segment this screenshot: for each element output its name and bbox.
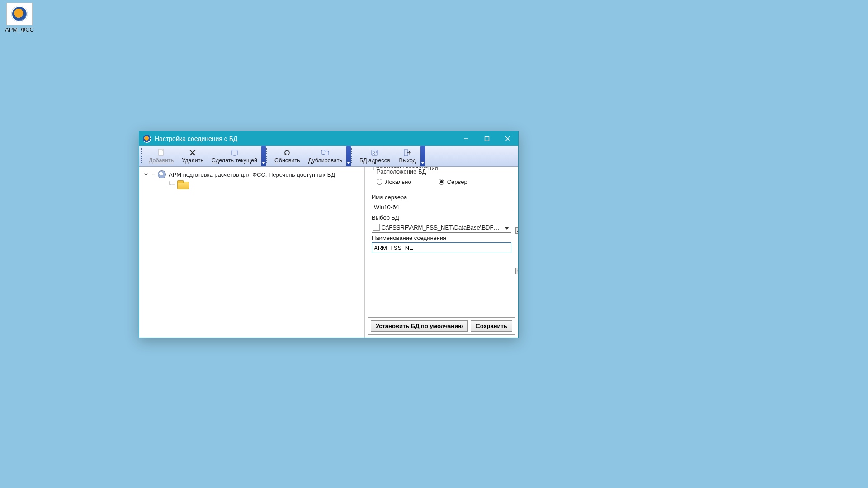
desktop-shortcut-arm-fss[interactable]: АРМ_ФСС <box>3 3 36 33</box>
chevron-down-icon[interactable] <box>504 224 510 231</box>
make-current-button[interactable]: Сделать текущей <box>208 146 261 166</box>
titlebar[interactable]: Настройка соединения с БД <box>139 131 518 146</box>
tree-root-row[interactable]: ┈ АРМ подготовка расчетов для ФСС. Переч… <box>141 169 362 179</box>
document-add-icon <box>157 149 166 157</box>
params-group: Параметры соединения Расположение БД Лок… <box>368 169 515 257</box>
svg-rect-14 <box>404 150 408 156</box>
splitter-arrow-right-icon[interactable]: › <box>515 268 518 274</box>
server-name-label: Имя сервера <box>372 194 511 201</box>
radio-icon <box>377 179 382 185</box>
db-path-text: C:\FSSRF\ARM_FSS_NET\DataBase\BDFSS.FDB <box>382 224 502 231</box>
svg-rect-1 <box>485 137 489 141</box>
db-location-group: Расположение БД Локально Сервер <box>372 172 511 191</box>
address-db-icon <box>370 149 379 157</box>
db-tree-pane[interactable]: ┈ АРМ подготовка расчетов для ФСС. Переч… <box>139 167 364 338</box>
radio-local[interactable]: Локально <box>377 178 411 185</box>
radio-local-label: Локально <box>385 178 411 185</box>
tree-branch-icon: ┈ <box>152 171 155 178</box>
address-db-label: БД адресов <box>359 158 390 164</box>
db-connection-settings-window: Настройка соединения с БД Добавить <box>139 131 519 338</box>
exit-label: Выход <box>399 158 416 164</box>
db-path-combo[interactable]: C:\FSSRF\ARM_FSS_NET\DataBase\BDFSS.FDB <box>372 222 511 233</box>
db-select-label: Выбор БД <box>372 214 511 221</box>
radio-server[interactable]: Сервер <box>439 178 467 185</box>
svg-point-11 <box>373 151 375 153</box>
db-location-legend: Расположение БД <box>375 168 428 175</box>
refresh-icon <box>283 149 292 157</box>
params-buttons-bar: Установить БД по умолчанию Сохранить <box>368 317 515 335</box>
toolbar-overflow-1[interactable] <box>261 146 266 166</box>
radio-server-label: Сервер <box>447 178 467 185</box>
app-mini-icon <box>143 135 151 143</box>
globe-icon <box>158 170 166 178</box>
add-button[interactable]: Добавить <box>145 146 178 166</box>
window-controls <box>456 131 518 146</box>
app-icon <box>6 3 33 25</box>
refresh-label: Обновить <box>274 158 300 164</box>
tree-branch-icon: └┈ <box>167 181 175 188</box>
duplicate-icon <box>321 149 330 157</box>
address-db-button[interactable]: БД адресов <box>355 146 394 166</box>
make-current-label: Сделать текущей <box>212 158 257 164</box>
close-button[interactable] <box>497 131 518 146</box>
toolbar-grip-icon[interactable] <box>351 146 355 166</box>
tree-child-row[interactable]: └┈ <box>141 179 362 189</box>
maximize-button[interactable] <box>476 131 497 146</box>
file-icon <box>373 224 380 231</box>
pane-splitter-arrows: › › <box>515 227 518 274</box>
connection-params-pane: Параметры соединения Расположение БД Лок… <box>364 167 518 338</box>
duplicate-button[interactable]: Дублировать <box>304 146 346 166</box>
app-glyph-icon <box>11 6 28 22</box>
add-label: Добавить <box>149 158 174 164</box>
exit-icon <box>403 149 412 157</box>
minimize-button[interactable] <box>456 131 476 146</box>
toolbar-grip-icon[interactable] <box>266 146 270 166</box>
toolbar-overflow-3[interactable] <box>420 146 425 166</box>
refresh-button[interactable]: Обновить <box>270 146 304 166</box>
server-name-input[interactable] <box>372 202 511 212</box>
conn-name-label: Наименование соединения <box>372 235 511 241</box>
delete-x-icon <box>188 149 197 157</box>
splitter-arrow-right-icon[interactable]: › <box>515 227 518 234</box>
folder-icon <box>177 180 188 188</box>
tree-root-label: АРМ подготовка расчетов для ФСС. Перечен… <box>169 171 335 178</box>
toolbar-overflow-2[interactable] <box>346 146 351 166</box>
delete-button[interactable]: Удалить <box>178 146 208 166</box>
tree-expand-toggle[interactable] <box>143 171 149 178</box>
duplicate-label: Дублировать <box>308 158 342 164</box>
radio-icon <box>439 179 444 185</box>
db-current-icon <box>230 149 239 157</box>
toolbar: Добавить Удалить Сделать текущей <box>139 146 518 167</box>
set-default-db-button[interactable]: Установить БД по умолчанию <box>371 320 468 332</box>
window-title: Настройка соединения с БД <box>155 135 456 142</box>
connection-name-input[interactable] <box>372 242 511 253</box>
window-body: ┈ АРМ подготовка расчетов для ФСС. Переч… <box>139 167 518 338</box>
desktop-shortcut-label: АРМ_ФСС <box>3 26 36 33</box>
exit-button[interactable]: Выход <box>394 146 420 166</box>
save-button[interactable]: Сохранить <box>471 320 512 332</box>
delete-label: Удалить <box>182 158 203 164</box>
toolbar-grip-icon[interactable] <box>141 146 144 166</box>
